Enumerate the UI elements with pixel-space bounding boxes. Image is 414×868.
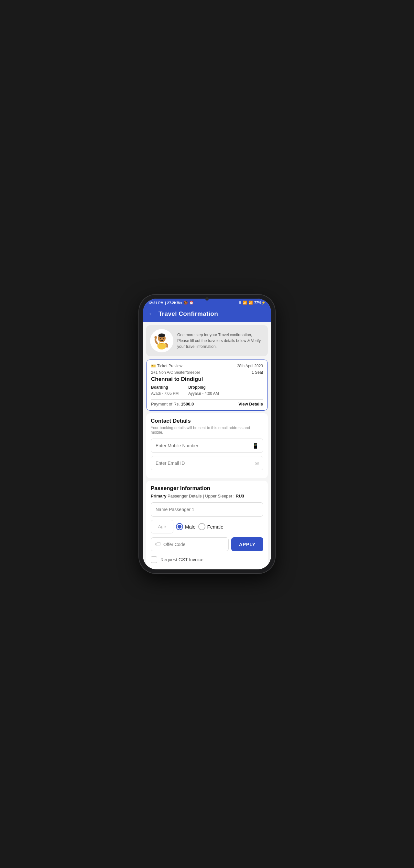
phone-frame: 12:21 PM | 27.2KB/s 🔕 ⏰ ⊞ 📶 📶 77%⚡ ← Tra… <box>139 295 275 573</box>
route-title: Chennai to Dindigul <box>151 376 263 382</box>
contact-details-section: Contact Details Your booking details wil… <box>146 413 268 478</box>
mobile-icon: 📱 <box>252 443 259 449</box>
svg-point-5 <box>154 336 157 339</box>
time-label: 12:21 PM <box>148 301 164 305</box>
male-label: Male <box>185 524 196 530</box>
offer-row: 🏷 APPLY <box>151 537 263 551</box>
gst-checkbox[interactable] <box>151 556 157 563</box>
passenger-primary-info: Primary Passenger Details | Upper Sleepe… <box>151 494 263 498</box>
signal-icon2: 📶 <box>248 301 253 305</box>
contact-details-title: Contact Details <box>151 418 263 424</box>
female-label: Female <box>207 524 223 530</box>
ticket-seat: 1 Seat <box>252 370 263 375</box>
seat-code-value: RU3 <box>236 494 244 498</box>
boarding-point: Avadi - 7:05 PM <box>151 391 178 396</box>
dropping-info: Dropping Ayyalur - 4:00 AM <box>188 385 219 396</box>
ticket-type-row: 2+1 Non A/C Seater/Sleeper 1 Seat <box>151 370 263 375</box>
content-scroll: One more step for your Travel confirmati… <box>143 322 271 569</box>
male-radio[interactable] <box>176 523 183 530</box>
ticket-type: 2+1 Non A/C Seater/Sleeper <box>151 370 200 375</box>
alarm-icon: ⏰ <box>189 301 194 305</box>
passenger-title: Passenger Information <box>151 485 263 492</box>
signal-icon: 📶 <box>243 301 247 305</box>
mute-icon: 🔕 <box>183 301 188 305</box>
gender-age-row: Age Male Female <box>151 520 263 533</box>
mobile-input[interactable] <box>151 438 263 453</box>
age-box[interactable]: Age <box>151 520 173 533</box>
female-option[interactable]: Female <box>198 523 223 530</box>
gst-row: Request GST Invoice <box>151 555 263 564</box>
primary-bold: Primary <box>151 494 166 498</box>
ticket-divider <box>151 399 263 400</box>
mobile-input-wrap: 📱 <box>151 438 263 453</box>
camera-dot <box>205 297 209 301</box>
network-speed: 27.2KB/s <box>167 301 182 305</box>
payment-amount: 1500.0 <box>181 402 194 406</box>
info-text: One more step for your Travel confirmati… <box>177 332 264 349</box>
female-radio[interactable] <box>198 523 205 530</box>
offer-icon: 🏷 <box>155 541 161 548</box>
dropping-label: Dropping <box>188 385 219 390</box>
email-input[interactable] <box>151 456 263 470</box>
boarding-dropping: Boarding Avadi - 7:05 PM Dropping Ayyalu… <box>151 385 263 396</box>
ticket-icon: 🎫 <box>151 364 156 368</box>
contact-details-subtitle: Your booking details will be sent to thi… <box>151 426 263 435</box>
info-banner: One more step for your Travel confirmati… <box>146 325 268 356</box>
status-right: ⊞ 📶 📶 77%⚡ <box>238 301 266 305</box>
view-details-link[interactable]: View Details <box>238 402 263 406</box>
apply-button[interactable]: APPLY <box>231 537 263 551</box>
svg-point-2 <box>159 334 165 338</box>
svg-point-0 <box>158 343 166 349</box>
network-label: | <box>165 301 166 305</box>
email-icon: ✉ <box>254 460 259 466</box>
name-input[interactable] <box>151 502 263 517</box>
ticket-preview-label: 🎫 Ticket Preview <box>151 364 182 368</box>
male-option[interactable]: Male <box>176 523 196 530</box>
avatar-circle <box>150 329 173 352</box>
payment-text: Payment of Rs. 1500.0 <box>151 402 194 406</box>
boarding-label: Boarding <box>151 385 178 390</box>
app-header: ← Travel Confirmation <box>143 307 271 322</box>
age-placeholder: Age <box>158 524 166 529</box>
offer-code-input[interactable] <box>163 542 225 547</box>
dropping-point: Ayyalur - 4:00 AM <box>188 391 219 396</box>
sim-icon: ⊞ <box>238 301 241 305</box>
ticket-date: 28th April 2023 <box>237 364 263 368</box>
ticket-card: 🎫 Ticket Preview 28th April 2023 2+1 Non… <box>146 360 268 411</box>
phone-screen: 12:21 PM | 27.2KB/s 🔕 ⏰ ⊞ 📶 📶 77%⚡ ← Tra… <box>143 299 271 569</box>
app-title: Travel Confirmation <box>159 310 218 317</box>
passenger-section: Passenger Information Primary Passenger … <box>146 480 268 569</box>
name-input-wrap <box>151 502 263 517</box>
svg-point-4 <box>163 338 164 339</box>
svg-point-3 <box>160 338 161 339</box>
status-left: 12:21 PM | 27.2KB/s 🔕 ⏰ <box>148 301 194 305</box>
offer-input-wrap: 🏷 <box>151 537 229 551</box>
email-input-wrap: ✉ <box>151 456 263 470</box>
battery-label: 77%⚡ <box>254 301 266 305</box>
ticket-top-row: 🎫 Ticket Preview 28th April 2023 <box>151 364 263 368</box>
gst-label: Request GST Invoice <box>161 557 203 562</box>
traveler-illustration <box>152 331 171 350</box>
back-button[interactable]: ← <box>148 310 154 317</box>
payment-row: Payment of Rs. 1500.0 View Details <box>151 402 263 406</box>
boarding-info: Boarding Avadi - 7:05 PM <box>151 385 178 396</box>
